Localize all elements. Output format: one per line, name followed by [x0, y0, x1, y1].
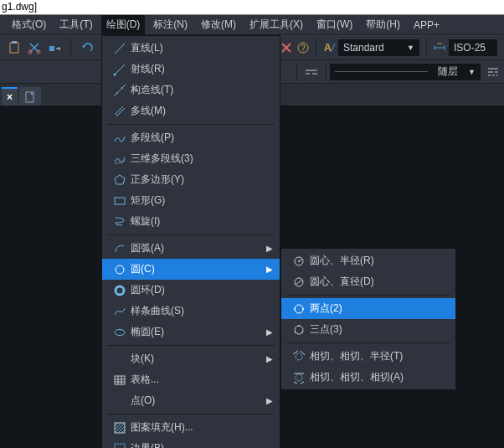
draw-item-pline3d[interactable]: 三维多段线(3): [102, 148, 280, 169]
helix-icon: [109, 215, 131, 229]
menu-item-label: 多线(M): [131, 104, 273, 118]
donut-icon: [109, 284, 131, 297]
svg-text:?: ?: [301, 44, 306, 53]
circle-item-c-ttt[interactable]: 相切、相切、相切(A): [281, 367, 455, 388]
close-x-icon[interactable]: [279, 40, 294, 55]
circle-icon: [109, 263, 131, 276]
tab-close-icon[interactable]: ×: [7, 91, 13, 103]
menu-item-label: 块(K): [131, 352, 263, 366]
menu-h[interactable]: 帮助(H): [361, 15, 405, 34]
menu-item-label: 矩形(G): [131, 193, 273, 208]
svg-line-10: [115, 64, 125, 75]
svg-rect-18: [115, 198, 125, 204]
draw-item-line[interactable]: 直线(L): [102, 38, 280, 59]
textstyle-label: Standard: [343, 42, 384, 54]
separator: [296, 64, 297, 80]
menu-item-label: 圆(C): [131, 262, 263, 276]
polygon-icon: [109, 173, 131, 187]
document-tab[interactable]: ×: [2, 87, 18, 106]
draw-item-circle[interactable]: 圆(C)▶: [102, 259, 280, 280]
svg-point-13: [116, 92, 118, 94]
menu-w[interactable]: 窗口(W): [311, 15, 357, 34]
draw-item-mline[interactable]: 多线(M): [102, 100, 280, 121]
svg-point-20: [116, 286, 124, 295]
c-cd-icon: [288, 275, 310, 289]
circle-item-c-2p[interactable]: 两点(2): [281, 298, 455, 319]
menu-item-label: 相切、相切、半径(T): [310, 349, 449, 363]
svg-point-37: [294, 308, 296, 310]
textstyle-combo[interactable]: Standard ▼: [338, 39, 419, 56]
match-icon[interactable]: [47, 40, 62, 55]
document-tab-new[interactable]: [19, 87, 41, 106]
menu-t[interactable]: 工具(T): [54, 15, 97, 34]
draw-item-xline[interactable]: 构造线(T): [102, 80, 280, 100]
circle-submenu: 圆心、半径(R)圆心、直径(D)两点(2)三点(3)相切、相切、半径(T)相切、…: [280, 248, 456, 390]
circle-item-c-3p[interactable]: 三点(3): [281, 319, 455, 340]
submenu-arrow-icon: ▶: [263, 354, 273, 363]
menu-m[interactable]: 修改(M): [196, 15, 241, 34]
draw-item-boundary[interactable]: 边界(B)...: [102, 438, 280, 448]
draw-item-rect[interactable]: 矩形(G): [102, 190, 280, 211]
draw-item-point[interactable]: 点(O)▶: [102, 390, 280, 411]
paste-icon[interactable]: [7, 40, 22, 55]
svg-point-41: [295, 332, 296, 333]
menu-item-label: 圆心、半径(R): [310, 254, 449, 268]
linetype-manager-icon[interactable]: [486, 64, 501, 80]
draw-item-donut[interactable]: 圆环(D): [102, 280, 280, 301]
draw-item-arc[interactable]: 圆弧(A)▶: [102, 238, 280, 259]
menu-app[interactable]: APP+: [409, 17, 445, 33]
svg-line-9: [115, 44, 125, 54]
menu-item-label: 螺旋(I): [131, 214, 273, 229]
svg-point-33: [298, 260, 300, 262]
circle-item-c-cr[interactable]: 圆心、半径(R): [281, 250, 455, 271]
cut-icon[interactable]: [27, 40, 42, 55]
circle-item-c-cd[interactable]: 圆心、直径(D): [281, 271, 455, 292]
circle-item-c-ttr[interactable]: 相切、相切、半径(T): [281, 346, 455, 367]
help-icon[interactable]: ?: [296, 40, 311, 55]
svg-line-12: [114, 85, 126, 96]
draw-item-polygon[interactable]: 正多边形(Y): [102, 169, 280, 190]
menu-item-label: 构造线(T): [131, 83, 273, 97]
mline-icon: [109, 105, 131, 118]
separator: [326, 64, 327, 80]
dimstyle-icon[interactable]: [432, 40, 447, 55]
draw-item-hatch[interactable]: 图案填充(H)...: [102, 417, 280, 438]
draw-item-pline[interactable]: 多段线(P): [102, 127, 280, 148]
draw-item-ray[interactable]: 射线(R): [102, 59, 280, 80]
menu-d[interactable]: 绘图(D): [101, 15, 146, 34]
pline3d-icon: [109, 152, 131, 166]
layer-label: 随层: [438, 64, 458, 79]
svg-rect-4: [49, 46, 54, 51]
menu-separator: [107, 414, 275, 415]
textstyle-icon[interactable]: A: [321, 40, 337, 55]
svg-point-14: [121, 87, 123, 89]
svg-rect-22: [115, 376, 125, 384]
separator: [426, 39, 427, 56]
draw-item-table[interactable]: 表格...: [102, 369, 280, 390]
dimstyle-combo[interactable]: ISO-25: [449, 39, 497, 56]
menu-separator: [286, 295, 450, 296]
draw-item-spline[interactable]: 样条曲线(S): [102, 301, 280, 322]
layer-color-combo[interactable]: 随层 ▼: [330, 64, 481, 80]
menu-item-label: 圆心、直径(D): [310, 275, 449, 289]
menu-item-label: 三维多段线(3): [131, 152, 273, 166]
svg-rect-28: [115, 444, 125, 449]
ray-icon: [109, 63, 131, 76]
svg-point-21: [115, 329, 125, 335]
separator: [70, 39, 71, 56]
menu-o[interactable]: 格式(O): [7, 15, 51, 34]
menu-n[interactable]: 标注(N): [148, 15, 193, 34]
draw-item-ellipse[interactable]: 椭圆(E)▶: [102, 322, 280, 342]
linetype-icon[interactable]: [304, 64, 319, 80]
separator: [316, 39, 316, 56]
c-2p-icon: [288, 302, 310, 316]
menu-x[interactable]: 扩展工具(X): [244, 15, 308, 34]
svg-line-49: [301, 382, 304, 384]
svg-point-43: [296, 353, 302, 360]
menu-separator: [286, 342, 450, 343]
menu-item-label: 正多边形(Y): [131, 173, 273, 187]
rect-icon: [109, 194, 131, 208]
undo-icon[interactable]: [80, 40, 95, 55]
draw-item-block[interactable]: 块(K)▶: [102, 348, 280, 369]
draw-item-helix[interactable]: 螺旋(I): [102, 211, 280, 232]
